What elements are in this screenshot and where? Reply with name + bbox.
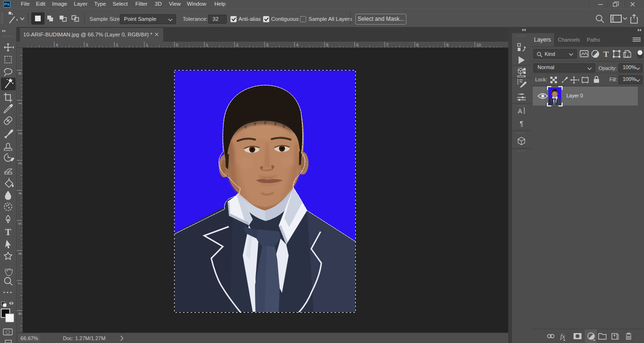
svg-text:0: 0 [176, 43, 178, 47]
svg-text:4: 4 [18, 193, 22, 195]
svg-text:1: 1 [146, 43, 148, 47]
svg-text:5: 5 [18, 222, 22, 225]
svg-text:2: 2 [18, 132, 22, 135]
svg-text:4: 4 [56, 43, 58, 47]
svg-text:1: 1 [18, 102, 22, 105]
svg-text:T: T [5, 227, 11, 237]
svg-text:7: 7 [18, 282, 22, 285]
svg-text:9: 9 [446, 43, 449, 47]
svg-text:6: 6 [356, 43, 359, 47]
svg-text:5: 5 [326, 43, 328, 47]
svg-text:¶: ¶ [520, 120, 523, 127]
svg-text:A: A [518, 107, 522, 115]
svg-text:8: 8 [416, 43, 419, 47]
svg-text:3: 3 [18, 162, 22, 165]
svg-text:10: 10 [476, 43, 481, 47]
svg-text:6: 6 [18, 253, 22, 255]
svg-text:0: 0 [18, 72, 22, 75]
svg-text:2: 2 [116, 43, 118, 47]
svg-text:3: 3 [86, 43, 88, 47]
svg-text:4: 4 [296, 43, 299, 47]
svg-text:2: 2 [236, 43, 238, 47]
svg-text:8: 8 [18, 313, 22, 315]
svg-text:fx: fx [560, 333, 565, 340]
svg-text:3: 3 [266, 43, 268, 47]
svg-text:7: 7 [386, 43, 388, 47]
svg-text:1: 1 [206, 43, 208, 47]
svg-text:T: T [603, 50, 609, 59]
